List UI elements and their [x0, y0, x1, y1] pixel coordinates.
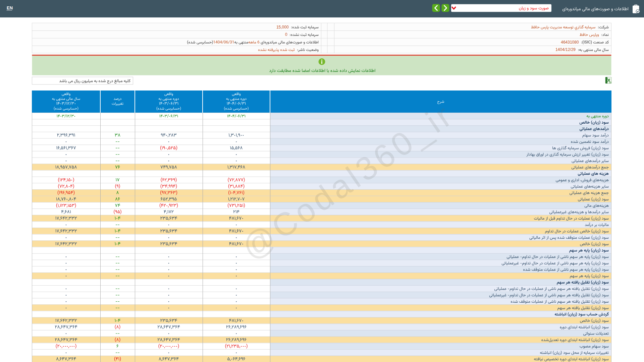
svg-text:1404/12/29: 1404/12/29 — [555, 47, 576, 52]
svg-text:EN: EN — [7, 5, 13, 10]
svg-text:0: 0 — [285, 32, 287, 37]
svg-text:46431080: 46431080 — [561, 40, 579, 45]
svg-text:15,000: 15,000 — [276, 25, 289, 29]
